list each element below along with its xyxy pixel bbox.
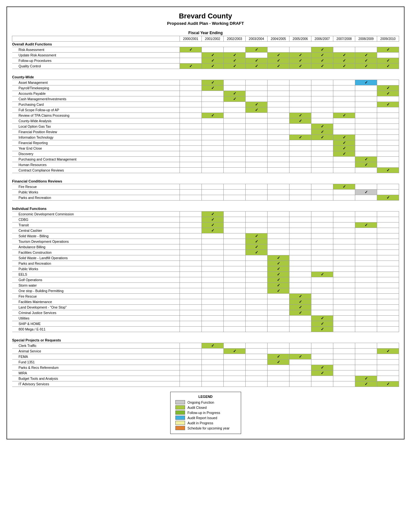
year-header: 2004/2005 [268, 36, 289, 42]
check-mark: ✓ [277, 354, 280, 359]
audit-cell [311, 354, 333, 360]
audit-cell [355, 212, 377, 217]
audit-cell: ✓ [333, 184, 355, 190]
audit-cell [246, 354, 268, 360]
check-mark: ✓ [277, 261, 280, 266]
audit-cell [202, 102, 224, 107]
audit-cell: ✓ [377, 102, 399, 107]
audit-cell [180, 299, 202, 305]
check-mark: ✓ [255, 108, 258, 112]
table-row: One stop - Building Permitting✓ [12, 288, 399, 294]
audit-cell [202, 195, 224, 201]
audit-cell [180, 327, 202, 332]
table-row: Ambulance Billing✓ [12, 244, 399, 250]
audit-cell: ✓ [202, 217, 224, 222]
table-row: EELS✓✓ [12, 272, 399, 277]
audit-cell [224, 190, 246, 195]
audit-cell: ✓ [377, 58, 399, 64]
check-mark: ✓ [189, 47, 192, 52]
audit-cell [333, 217, 355, 222]
audit-cell [289, 85, 311, 91]
check-mark: ✓ [387, 102, 390, 107]
audit-cell [202, 146, 224, 151]
audit-cell [224, 370, 246, 376]
table-row: Risk Assessment✓✓✓✓ [12, 47, 399, 53]
audit-cell [333, 288, 355, 294]
audit-cell [202, 294, 224, 299]
table-row: County-Wide Analysis✓ [12, 118, 399, 124]
audit-cell [333, 381, 355, 387]
audit-cell [311, 151, 333, 157]
check-mark: ✓ [321, 321, 324, 326]
audit-cell [377, 244, 399, 250]
check-mark: ✓ [255, 47, 258, 52]
audit-cell: ✓ [268, 53, 289, 58]
table-row: IT Advisory Services✓✓ [12, 381, 399, 387]
table-row: Criminal Justice Services✓ [12, 310, 399, 316]
audit-cell [311, 305, 333, 310]
audit-cell [202, 157, 224, 162]
audit-cell [289, 195, 311, 201]
audit-cell [246, 365, 268, 370]
audit-cell [289, 376, 311, 381]
audit-cell [180, 283, 202, 288]
audit-cell [289, 102, 311, 107]
audit-cell: ✓ [289, 135, 311, 140]
audit-cell [333, 261, 355, 266]
audit-cell [224, 277, 246, 283]
audit-cell [377, 343, 399, 349]
audit-cell [333, 277, 355, 283]
audit-cell [224, 85, 246, 91]
audit-cell [289, 239, 311, 244]
audit-cell [333, 168, 355, 173]
check-mark: ✓ [387, 58, 390, 63]
audit-cell: ✓ [180, 64, 202, 69]
audit-cell [333, 360, 355, 365]
audit-cell [377, 217, 399, 222]
audit-cell [355, 283, 377, 288]
audit-cell [224, 255, 246, 261]
audit-cell [180, 349, 202, 354]
check-mark: ✓ [299, 354, 302, 359]
audit-cell [268, 370, 289, 376]
audit-cell [180, 102, 202, 107]
audit-cell: ✓ [311, 64, 333, 69]
audit-cell [202, 162, 224, 168]
table-row: Solid Waste - Billing✓ [12, 233, 399, 239]
audit-cell: ✓ [289, 53, 311, 58]
audit-cell: ✓ [289, 58, 311, 64]
legend-color-swatch [175, 405, 185, 409]
row-label: Budget Tools and Analysis [12, 376, 180, 381]
check-mark: ✓ [255, 234, 258, 238]
audit-cell [355, 184, 377, 190]
audit-cell [180, 157, 202, 162]
audit-cell [246, 91, 268, 96]
audit-cell: ✓ [224, 96, 246, 102]
audit-cell [180, 168, 202, 173]
audit-cell [180, 261, 202, 266]
audit-cell [180, 162, 202, 168]
audit-cell [268, 327, 289, 332]
audit-cell [246, 190, 268, 195]
check-mark: ✓ [387, 382, 390, 386]
audit-cell [268, 233, 289, 239]
audit-cell [289, 283, 311, 288]
table-row: Financial Position Review✓ [12, 129, 399, 135]
legend-container: LEGEND Ongoing FunctionAudit ClosedFollo… [12, 392, 399, 434]
audit-cell [355, 305, 377, 310]
check-mark: ✓ [299, 58, 302, 63]
check-mark: ✓ [365, 80, 368, 85]
check-mark: ✓ [277, 58, 280, 63]
audit-cell [224, 343, 246, 349]
audit-cell [311, 96, 333, 102]
audit-cell: ✓ [311, 365, 333, 370]
legend-label: Audit Report Issued [188, 416, 217, 420]
audit-cell [311, 102, 333, 107]
table-row: Payroll/Timekeeping✓✓ [12, 85, 399, 91]
audit-cell [268, 118, 289, 124]
audit-cell: ✓ [224, 53, 246, 58]
audit-cell: ✓ [224, 91, 246, 96]
audit-cell [224, 228, 246, 233]
audit-cell [246, 168, 268, 173]
audit-cell [180, 244, 202, 250]
